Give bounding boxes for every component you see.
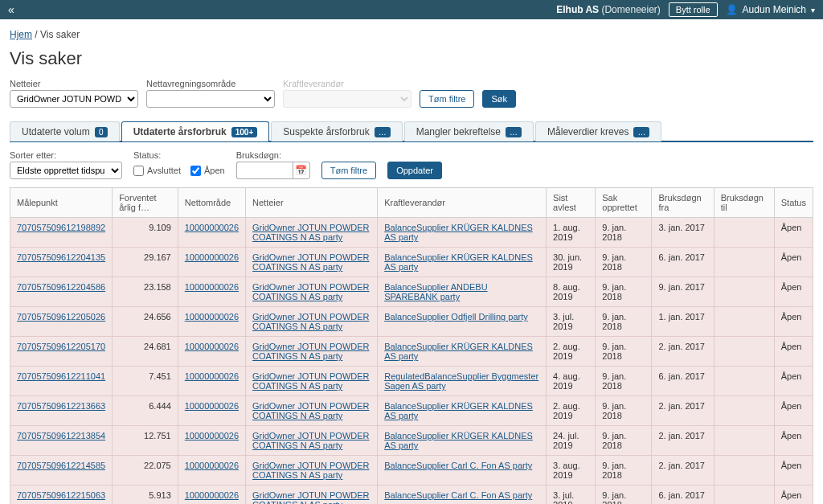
column-header[interactable]: Målepunkt [10,188,113,218]
malepunkt-link[interactable]: 707057509612213663 [17,401,105,411]
sort-select[interactable]: Eldste opprettet tidspunkt [10,162,122,179]
netteier-link[interactable]: GridOwner JOTUN POWDER COATINGS N AS par… [252,401,369,420]
table-row: 70705750961221458522.07510000000026GridO… [10,456,813,486]
sak-opprettet-cell: 9. jan. 2018 [596,456,652,486]
breadcrumb-home[interactable]: Hjem [10,29,32,40]
bruksdogn-input[interactable] [236,162,293,179]
netteier-link[interactable]: GridOwner JOTUN POWDER COATINGS N AS par… [252,431,369,450]
netteier-link[interactable]: GridOwner JOTUN POWDER COATINGS N AS par… [252,461,369,480]
bruksdogn-fra-cell: 9. jan. 2017 [652,277,714,307]
clear-filters-button[interactable]: Tøm filtre [420,90,474,108]
update-button[interactable]: Oppdater [387,162,442,179]
column-header[interactable]: Status [774,188,813,218]
netteier-link[interactable]: GridOwner JOTUN POWDER COATINGS N AS par… [252,312,369,331]
chevron-down-icon: ▾ [811,6,815,14]
nettomrade-link[interactable]: 10000000026 [185,282,239,292]
kraftleverandor-link[interactable]: BalanceSupplier KRÜGER KALDNES AS party [384,431,533,450]
avsluttet-checkbox[interactable] [133,166,144,176]
netteier-select[interactable]: GridOwner JOTUN POWDER COA [10,90,138,108]
tab-mangler-bekreftelse[interactable]: Mangler bekreftelse … [404,121,534,141]
tab-badge: … [506,127,522,137]
bruksdogn-fra-cell: 6. jan. 2017 [652,486,714,505]
status-cell: Åpen [774,456,813,486]
nettomrade-link[interactable]: 10000000026 [185,371,239,381]
checkbox-avsluttet[interactable]: Avsluttet [133,166,181,176]
filter-label-nettavr: Nettavregningsområde [146,79,275,88]
forventet-cell: 24.656 [113,307,178,337]
malepunkt-link[interactable]: 707057509612198892 [17,223,105,232]
tab-maleverdier-kreves[interactable]: Måleverdier kreves … [535,121,661,141]
netteier-link[interactable]: GridOwner JOTUN POWDER COATINGS N AS par… [252,342,369,361]
forventet-cell: 22.075 [113,456,178,486]
column-header[interactable]: Bruksdøgn til [714,188,774,218]
column-header[interactable]: Sak opprettet [596,188,652,218]
malepunkt-link[interactable]: 707057509612205170 [17,342,105,351]
malepunkt-link[interactable]: 707057509612211041 [17,371,105,381]
apen-checkbox[interactable] [190,166,201,176]
calendar-icon[interactable]: 📅 [293,162,310,179]
kraftleverandor-link[interactable]: BalanceSupplier Carl C. Fon AS party [384,490,532,500]
sist-avlest-cell: 8. aug. 2019 [547,277,596,307]
nettomrade-link[interactable]: 10000000026 [185,431,239,440]
kraftleverandor-link[interactable]: RegulatedBalanceSupplier Byggmester Sage… [384,371,538,391]
status-cell: Åpen [774,248,813,277]
tab-utdaterte-arsforbruk[interactable]: Utdaterte årsforbruk 100+ [121,121,270,141]
sist-avlest-cell: 24. jul. 2019 [547,426,596,456]
malepunkt-link[interactable]: 707057509612205026 [17,312,105,322]
nettomrade-link[interactable]: 10000000026 [185,312,239,322]
nettomrade-link[interactable]: 10000000026 [185,461,239,470]
netteier-link[interactable]: GridOwner JOTUN POWDER COATINGS N AS par… [252,223,369,242]
kraftleverandor-link[interactable]: BalanceSupplier ANDEBU SPAREBANK party [384,282,487,301]
column-header[interactable]: Netteier [246,188,378,218]
kraftleverandor-link[interactable]: BalanceSupplier KRÜGER KALDNES AS party [384,342,533,361]
status-label: Status: [133,150,225,160]
kraftleverandor-link[interactable]: BalanceSupplier KRÜGER KALDNES AS party [384,252,533,272]
nettomrade-link[interactable]: 10000000026 [185,223,239,232]
forventet-cell: 7.451 [113,367,178,396]
sort-label: Sorter etter: [10,150,122,160]
sak-opprettet-cell: 9. jan. 2018 [596,218,652,248]
tab-utdaterte-volum[interactable]: Utdaterte volum 0 [10,121,120,141]
nettomrade-link[interactable]: 10000000026 [185,342,239,351]
nettomrade-link[interactable]: 10000000026 [185,490,239,500]
kraftleverandor-link[interactable]: BalanceSupplier KRÜGER KALDNES AS party [384,401,533,420]
malepunkt-link[interactable]: 707057509612214585 [17,461,105,470]
column-header[interactable]: Kraftleverandør [378,188,547,218]
malepunkt-link[interactable]: 707057509612213854 [17,431,105,440]
nettomrade-link[interactable]: 10000000026 [185,252,239,262]
search-button[interactable]: Søk [482,90,516,108]
column-header[interactable]: Forventet årlig f… [113,188,178,218]
forventet-cell: 24.681 [113,337,178,367]
nettavregning-select[interactable] [146,90,275,108]
kraftleverandor-link[interactable]: BalanceSupplier Carl C. Fon AS party [384,461,532,470]
bruksdogn-fra-cell: 2. jan. 2017 [652,456,714,486]
malepunkt-link[interactable]: 707057509612204135 [17,252,105,262]
netteier-link[interactable]: GridOwner JOTUN POWDER COATINGS N AS par… [252,371,369,391]
column-header[interactable]: Sist avlest [547,188,596,218]
kraftleverandor-link[interactable]: BalanceSupplier Odfjell Drilling party [384,312,528,322]
netteier-link[interactable]: GridOwner JOTUN POWDER COATINGS N AS par… [252,282,369,301]
switch-role-button[interactable]: Bytt rolle [669,2,718,17]
kraftleverandor-link[interactable]: BalanceSupplier KRÜGER KALDNES AS party [384,223,533,242]
bruksdogn-til-cell [714,456,774,486]
nettomrade-link[interactable]: 10000000026 [185,401,239,411]
malepunkt-link[interactable]: 707057509612204586 [17,282,105,292]
tab-label: Suspekte årsforbruk [283,126,369,137]
netteier-link[interactable]: GridOwner JOTUN POWDER COATINGS N AS par… [252,490,369,504]
user-menu[interactable]: 👤 Audun Meinich ▾ [726,4,815,15]
column-header[interactable]: Bruksdøgn fra [652,188,714,218]
checkbox-apen[interactable]: Åpen [190,166,225,176]
status-cell: Åpen [774,277,813,307]
collapse-icon[interactable]: « [8,3,14,16]
sak-opprettet-cell: 9. jan. 2018 [596,367,652,396]
table-row: 70705750961220458623.15810000000026GridO… [10,277,813,307]
table-row: 7070575096121988929.10910000000026GridOw… [10,218,813,248]
filter-label-kraft: Kraftleverandør [283,79,412,88]
tab-suspekte-arsforbruk[interactable]: Suspekte årsforbruk … [271,121,402,141]
netteier-link[interactable]: GridOwner JOTUN POWDER COATINGS N AS par… [252,252,369,272]
malepunkt-link[interactable]: 707057509612215063 [17,490,105,500]
column-header[interactable]: Nettområde [178,188,245,218]
subfilter-clear-button[interactable]: Tøm filtre [321,162,376,179]
breadcrumb-current: Vis saker [40,29,80,40]
sak-opprettet-cell: 9. jan. 2018 [596,248,652,277]
